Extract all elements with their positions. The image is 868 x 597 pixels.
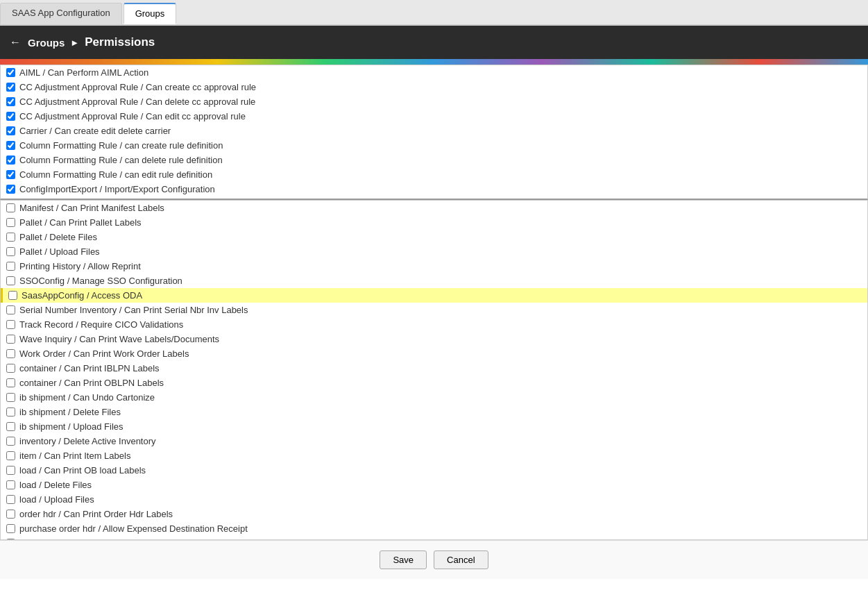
lower-perm-label: ib shipment / Can Undo Cartonize (19, 392, 155, 403)
tab-groups[interactable]: Groups (124, 3, 177, 24)
lower-perm-checkbox-3[interactable] (6, 247, 15, 256)
lower-perm-checkbox-12[interactable] (6, 378, 15, 387)
lower-perm-checkbox-19[interactable] (6, 480, 15, 489)
upper-perm-item: Carrier / Can create edit delete carrier (1, 124, 867, 138)
lower-perm-label: Pallet / Can Print Pallet Labels (19, 217, 142, 228)
lower-perm-checkbox-16[interactable] (6, 437, 15, 446)
upper-perm-label: Carrier / Can create edit delete carrier (19, 126, 171, 136)
lower-perm-label: SSOConfig / Manage SSO Configuration (19, 276, 182, 286)
lower-perm-item: purchase order hdr / Allow Expensed Dest… (1, 521, 867, 536)
header-bar: ← Groups ► Permissions (0, 26, 868, 59)
back-button[interactable]: ← (10, 36, 21, 49)
upper-perm-label: CC Adjustment Approval Rule / Can create… (19, 82, 256, 92)
upper-perm-item: CC Adjustment Approval Rule / Can create… (1, 80, 867, 94)
tab-saas-app-config[interactable]: SAAS App Configuration (0, 3, 122, 24)
lower-perm-item: Manifest / Can Print Manifest Labels (1, 201, 867, 215)
lower-perm-checkbox-1[interactable] (6, 218, 15, 227)
lower-perm-label: Printing History / Allow Reprint (19, 261, 141, 271)
footer: Save Cancel (0, 540, 868, 579)
upper-perm-item: ConfigImportExport / Import/Export Confi… (1, 182, 867, 196)
lower-perm-item: SSOConfig / Manage SSO Configuration (1, 274, 867, 288)
lower-perm-item: ib shipment / Upload Files (1, 419, 867, 434)
lower-perm-checkbox-21[interactable] (6, 510, 15, 519)
lower-permissions-pane: Manifest / Can Print Manifest LabelsPall… (0, 200, 868, 540)
lower-perm-item: order hdr / Can Print Order Hdr Labels (1, 507, 867, 521)
upper-perm-checkbox-5[interactable] (6, 141, 15, 150)
save-button[interactable]: Save (380, 550, 427, 569)
lower-perm-label: container / Can Print OBLPN Labels (19, 378, 164, 388)
upper-perm-checkbox-3[interactable] (6, 112, 15, 121)
lower-perm-item: Wave Inquiry / Can Print Wave Labels/Doc… (1, 332, 867, 346)
lower-perm-item: container / Can Print OBLPN Labels (1, 376, 867, 390)
upper-perm-label: Column Formatting Rule / can delete rule… (19, 155, 223, 165)
upper-perm-checkbox-8[interactable] (6, 185, 15, 194)
lower-perm-checkbox-18[interactable] (6, 466, 15, 475)
lower-perm-checkbox-13[interactable] (6, 393, 15, 402)
lower-perm-label: ib shipment / Upload Files (19, 421, 124, 432)
lower-perm-item: load / Upload Files (1, 492, 867, 507)
lower-perm-label: Wave Inquiry / Can Print Wave Labels/Doc… (19, 334, 219, 344)
lower-perm-label: purchase order hdr / Allow Expensed Dest… (19, 523, 248, 534)
upper-perm-checkbox-0[interactable] (6, 68, 15, 77)
upper-perm-label: Column Formatting Rule / can edit rule d… (19, 169, 212, 180)
lower-perm-checkbox-14[interactable] (6, 407, 15, 417)
lower-perm-item: Work Order / Can Print Work Order Labels (1, 346, 867, 361)
lower-perm-checkbox-9[interactable] (6, 335, 15, 344)
lower-perm-checkbox-6[interactable] (8, 291, 17, 300)
header-strip (0, 59, 868, 65)
upper-perm-checkbox-6[interactable] (6, 155, 15, 165)
lower-perm-label: load / Upload Files (19, 494, 94, 505)
upper-perm-label: AIML / Can Perform AIML Action (19, 67, 148, 78)
lower-perm-item: Printing History / Allow Reprint (1, 259, 867, 274)
lower-perm-checkbox-22[interactable] (6, 524, 15, 533)
lower-perm-checkbox-7[interactable] (6, 305, 15, 314)
lower-perm-checkbox-15[interactable] (6, 422, 15, 431)
lower-perm-item: Track Record / Require CICO Validations (1, 317, 867, 332)
upper-perm-checkbox-7[interactable] (6, 170, 15, 179)
lower-perm-label: ib shipment / Delete Files (19, 407, 121, 417)
lower-perm-label: load / Delete Files (19, 480, 92, 490)
lower-perm-checkbox-5[interactable] (6, 276, 15, 285)
tabs-bar: SAAS App Configuration Groups (0, 0, 868, 26)
lower-perm-item: container / Can Print IBLPN Labels (1, 361, 867, 376)
lower-perm-label: Pallet / Upload Files (19, 246, 100, 257)
lower-perm-item: SaasAppConfig / Access ODA (1, 288, 867, 303)
breadcrumb-permissions: Permissions (85, 35, 155, 49)
lower-perm-checkbox-10[interactable] (6, 349, 15, 358)
upper-permissions-pane: AIML / Can Perform AIML ActionCC Adjustm… (0, 65, 868, 200)
upper-perm-item: Column Formatting Rule / can create rule… (1, 138, 867, 153)
lower-perm-item: ib shipment / Delete Files (1, 405, 867, 419)
upper-perm-label: Column Formatting Rule / can create rule… (19, 140, 223, 151)
upper-perm-item: AIML / Can Perform AIML Action (1, 65, 867, 80)
upper-perm-checkbox-2[interactable] (6, 97, 15, 106)
upper-perm-item: CC Adjustment Approval Rule / Can edit c… (1, 109, 867, 124)
breadcrumb-groups[interactable]: Groups (28, 37, 65, 49)
lower-perm-label: load / Can Print OB load Labels (19, 465, 146, 476)
lower-perm-label: inventory / Delete Active Inventory (19, 436, 156, 446)
lower-perm-checkbox-17[interactable] (6, 451, 15, 460)
lower-perm-checkbox-8[interactable] (6, 320, 15, 329)
lower-perm-label: Manifest / Can Print Manifest Labels (19, 203, 164, 213)
lower-perm-checkbox-11[interactable] (6, 364, 15, 373)
lower-perm-checkbox-2[interactable] (6, 233, 15, 242)
lower-perm-checkbox-4[interactable] (6, 262, 15, 271)
cancel-button[interactable]: Cancel (434, 550, 488, 569)
upper-perm-item: CC Adjustment Approval Rule / Can delete… (1, 94, 867, 109)
lower-perm-item: inventory / Delete Active Inventory (1, 434, 867, 448)
lower-perm-item: Serial Number Inventory / Can Print Seri… (1, 303, 867, 317)
lower-perm-label: item / Can Print Item Labels (19, 451, 130, 461)
upper-perm-item: Column Formatting Rule / can edit rule d… (1, 167, 867, 182)
lower-perm-item: ib shipment / Can Undo Cartonize (1, 390, 867, 405)
upper-perm-checkbox-4[interactable] (6, 126, 15, 135)
upper-perm-label: CC Adjustment Approval Rule / Can delete… (19, 96, 255, 107)
upper-perm-label: ConfigImportExport / Import/Export Confi… (19, 184, 215, 194)
lower-perm-item: item / Can Print Item Labels (1, 448, 867, 463)
lower-perm-checkbox-20[interactable] (6, 495, 15, 504)
lower-perm-checkbox-23[interactable] (6, 539, 15, 540)
lower-perm-item: purchase order hdr / Can perform Quick R… (1, 536, 867, 540)
lower-perm-checkbox-0[interactable] (6, 203, 15, 212)
lower-perm-label: Pallet / Delete Files (19, 232, 97, 242)
upper-perm-checkbox-1[interactable] (6, 83, 15, 92)
lower-perm-label: purchase order hdr / Can perform Quick R… (19, 538, 212, 540)
breadcrumb-arrow: ► (70, 37, 79, 48)
